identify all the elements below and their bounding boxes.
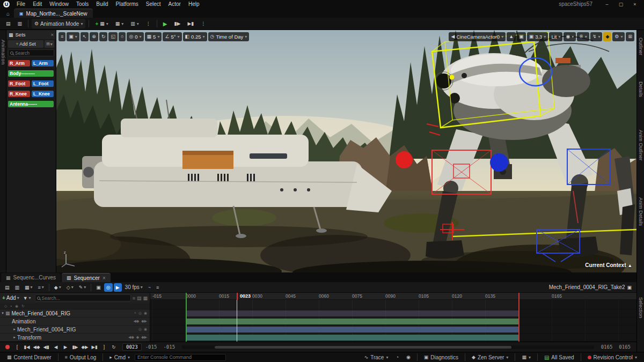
play-reverse-button[interactable]: ◀: [52, 343, 60, 351]
tab-outliner[interactable]: Outliner: [638, 38, 644, 55]
play-options-kebab[interactable]: ⋮: [198, 19, 208, 28]
set-item-body[interactable]: Body---------: [8, 70, 54, 77]
set-range-end-button[interactable]: ]: [100, 343, 108, 351]
camera-speed-dropdown[interactable]: ▣3.3▾: [527, 32, 548, 41]
next-key-button[interactable]: ◆▶: [80, 343, 89, 351]
columns-icon-2[interactable]: ▤: [137, 295, 142, 301]
add-set-button[interactable]: + Add Set: [8, 40, 43, 48]
wand-dropdown[interactable]: ※▾: [577, 32, 589, 41]
move-tool[interactable]: ⊕: [90, 32, 98, 41]
performance-dropdown[interactable]: ↯▾: [590, 32, 603, 41]
viewport-menu-button[interactable]: ≡: [58, 32, 65, 41]
columns-icon-3[interactable]: ▦: [143, 295, 148, 301]
time-of-day-dropdown[interactable]: ◷Time of Day▾: [208, 32, 250, 41]
seq-render-button[interactable]: ▥: [13, 283, 22, 292]
scrollbar-thumb[interactable]: [215, 346, 511, 349]
menu-edit[interactable]: Edit: [29, 0, 46, 8]
tab-animation-vertical[interactable]: Animation: [1, 40, 6, 65]
track-filter-dropdown[interactable]: ▼▾: [21, 294, 33, 302]
trace-dropdown[interactable]: ∿Trace▾: [362, 352, 391, 362]
visibility-icon[interactable]: ◉: [15, 304, 18, 308]
view-end-field[interactable]: 0165: [598, 344, 616, 350]
tab-details[interactable]: Details: [638, 82, 644, 97]
step-back-button[interactable]: ◀▮: [42, 343, 50, 351]
diagnostics-button[interactable]: ▣Diagnostics: [421, 352, 461, 362]
fps-dropdown[interactable]: 30 fps▾: [123, 283, 145, 292]
maximize-button[interactable]: ▢: [614, 0, 628, 8]
set-item-l-foot[interactable]: L_Foot: [32, 80, 54, 87]
range-end-field[interactable]: 0165: [616, 344, 633, 350]
cine-camera-dropdown[interactable]: ◀CineCameraActor0▾: [449, 32, 506, 41]
add-icon[interactable]: +: [134, 311, 136, 315]
save-status[interactable]: ▤All Saved: [541, 352, 577, 362]
set-item-r-arm[interactable]: R_Arm: [8, 60, 30, 67]
auto-key-dropdown[interactable]: ◇▾: [64, 283, 76, 292]
surface-snap-dropdown[interactable]: ◎0▾: [127, 32, 143, 41]
sequence-name[interactable]: Mech_Friend_0004_RIG_Take2 ▣: [549, 284, 634, 290]
play-button[interactable]: ▶: [61, 343, 70, 351]
toolbar-kebab[interactable]: ⋮: [143, 19, 153, 28]
sets-search-input[interactable]: [15, 50, 52, 56]
keyframe-mode-toggle[interactable]: ◆: [603, 32, 611, 41]
skip-to-start-button[interactable]: ▮◀: [23, 343, 31, 351]
viewport-settings-dropdown[interactable]: ⚙▾: [612, 32, 625, 41]
playback-range-start[interactable]: [186, 293, 187, 342]
close-icon[interactable]: ×: [103, 275, 106, 281]
menu-help[interactable]: Help: [185, 0, 203, 8]
previous-key-button[interactable]: ◀◆: [32, 343, 41, 351]
cinematics-dropdown[interactable]: ▥▾: [128, 19, 142, 28]
profiler-button[interactable]: ◔: [393, 352, 401, 362]
menu-file[interactable]: File: [13, 0, 29, 8]
timeline-scrollbar[interactable]: [182, 345, 594, 349]
menu-tools[interactable]: Tools: [72, 0, 92, 8]
select-tool[interactable]: ↖: [80, 32, 89, 41]
view-mode-dropdown[interactable]: Lit▾: [549, 32, 562, 41]
view-start-field[interactable]: -015: [160, 344, 178, 350]
loop-toggle[interactable]: ↻: [109, 343, 118, 351]
menu-select[interactable]: Select: [142, 0, 165, 8]
close-icon[interactable]: ×: [50, 32, 54, 38]
lock-icon[interactable]: ▪: [10, 304, 11, 308]
curve-editor-button[interactable]: ~: [146, 283, 153, 292]
film-overlay-button[interactable]: ▣: [517, 32, 526, 41]
expander-icon[interactable]: ▸: [12, 335, 17, 339]
insights-button[interactable]: ◉: [404, 352, 413, 362]
seq-actions-dropdown[interactable]: ▦▾: [23, 283, 35, 292]
menu-build[interactable]: Build: [92, 0, 112, 8]
visibility-icon[interactable]: ◉: [144, 327, 147, 331]
set-item-r-knee[interactable]: R_Knee: [8, 91, 30, 97]
marker-icon[interactable]: ◇: [4, 304, 7, 308]
save-button[interactable]: ▤: [3, 19, 13, 28]
track-row-transform[interactable]: ▸ Transform ◀◆◆◆▶: [0, 334, 150, 342]
outliner-options-button[interactable]: ≡: [154, 283, 161, 292]
world-coordinate-toggle[interactable]: ○: [119, 32, 126, 41]
add-track-button[interactable]: + Add ▾: [2, 295, 19, 301]
set-item-l-arm[interactable]: L_Arm: [32, 60, 54, 67]
skip-to-end-button[interactable]: ▶▮: [185, 19, 196, 28]
sets-search[interactable]: [8, 49, 54, 56]
perspective-dropdown[interactable]: ▣▾: [67, 32, 79, 41]
sets-options-dropdown[interactable]: ▤▾: [45, 40, 54, 48]
set-range-start-button[interactable]: [: [13, 343, 21, 351]
cmd-dropdown[interactable]: ▸Cmd▾: [107, 352, 133, 362]
control-sphere-red[interactable]: [396, 151, 413, 168]
editor-mode-select[interactable]: ⚙ Animation Mode ▾: [32, 19, 85, 28]
next-key-icon[interactable]: ◆▶: [141, 335, 147, 339]
blueprints-dropdown[interactable]: ▦▾: [113, 19, 127, 28]
maximize-viewport-button[interactable]: ⊞: [626, 32, 634, 41]
level-tab[interactable]: ▣ Map_Northe..._ScaleNew: [14, 9, 93, 18]
key-icon[interactable]: ◆: [136, 335, 139, 339]
menu-window[interactable]: Window: [46, 0, 72, 8]
tab-selection[interactable]: Selection: [638, 297, 644, 318]
range-start-field[interactable]: -015: [143, 344, 160, 350]
tab-anim-outliner[interactable]: Anim Outliner: [638, 130, 644, 161]
prev-key-icon[interactable]: ◀◆: [128, 335, 134, 339]
track-row-rig-main[interactable]: ▾ ▦ Mech_Friend_0004_RIG +◎◉: [0, 309, 150, 317]
prev-key-icon[interactable]: ◀◆: [133, 319, 139, 323]
tab-sequencer-curves[interactable]: ▦ Sequenc...Curves: [1, 273, 61, 282]
show-flags-dropdown[interactable]: ◉▾: [564, 32, 576, 41]
set-item-r-foot[interactable]: R_Foot: [8, 80, 30, 87]
timeline-ruler[interactable]: -015 0000 0015 0030 0045 0060 0075 0090 …: [150, 293, 636, 300]
playback-range-end[interactable]: [518, 293, 519, 342]
camera-cut-button[interactable]: ▣: [94, 283, 103, 292]
